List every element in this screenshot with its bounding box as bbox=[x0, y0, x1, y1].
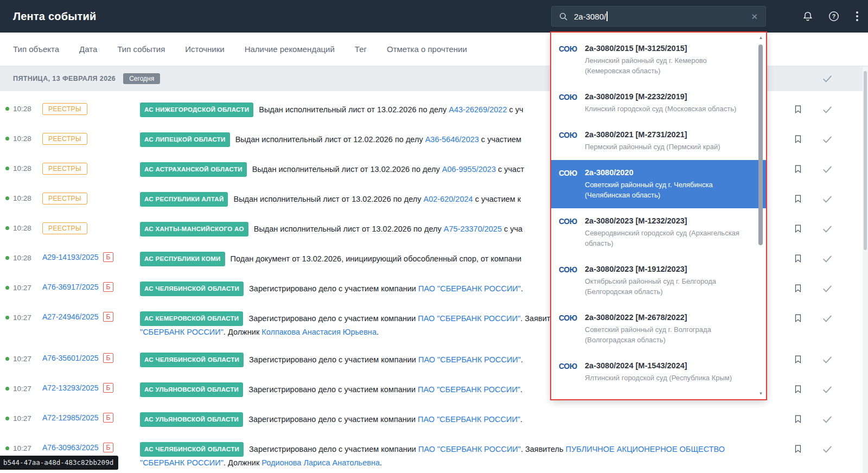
event-time-cell: 10:28 bbox=[0, 252, 42, 262]
bookmark-icon[interactable] bbox=[793, 133, 803, 145]
court-badge: АС УЛЬЯНОВСКОЙ ОБЛАСТИ bbox=[140, 412, 243, 427]
page-scrollbar[interactable] bbox=[863, 67, 868, 473]
event-actions bbox=[755, 353, 868, 366]
entity-link[interactable]: А43-26269/2022 bbox=[449, 105, 507, 114]
bell-icon[interactable] bbox=[802, 10, 814, 22]
event-time-cell: 10:27 bbox=[0, 312, 42, 322]
scroll-up-icon[interactable]: ▲ bbox=[757, 35, 764, 41]
bookmark-icon[interactable] bbox=[793, 193, 803, 205]
mark-read-icon[interactable] bbox=[821, 104, 833, 116]
search-suggestion[interactable]: СОЮ 2а-3080/2020 Советский районный суд … bbox=[551, 160, 766, 208]
mark-read-icon[interactable] bbox=[821, 283, 833, 295]
dropdown-scrollbar-thumb[interactable] bbox=[758, 44, 763, 245]
bankruptcy-badge: Б bbox=[103, 353, 114, 363]
search-input[interactable]: 2а-3080/ bbox=[574, 12, 606, 21]
search-suggestion[interactable]: СОЮ 2а-3080/2021 [М-2731/2021] Пермский … bbox=[551, 122, 766, 160]
search-suggestion[interactable]: СОЮ 2а-3080/2023 [М-1232/2023] Северодви… bbox=[551, 208, 766, 257]
bookmark-icon[interactable] bbox=[793, 104, 803, 116]
suggestion-case-number: 2а-3080/2024 [М-1543/2024] bbox=[585, 361, 750, 370]
bankruptcy-badge: Б bbox=[103, 383, 114, 393]
case-number-link[interactable]: А76-36917/2025 bbox=[42, 283, 99, 291]
mark-read-icon[interactable] bbox=[821, 413, 833, 425]
event-time: 10:28 bbox=[13, 224, 31, 232]
help-icon[interactable]: ? bbox=[828, 10, 840, 22]
bookmark-icon[interactable] bbox=[793, 354, 803, 366]
search-suggestion[interactable]: СОЮ 2а-3080/2022 [М-2678/2022] Советский… bbox=[551, 305, 766, 353]
entity-link[interactable]: ПАО "СБЕРБАНК РОССИИ" bbox=[418, 314, 520, 323]
event-actions bbox=[755, 443, 868, 455]
mark-read-icon[interactable] bbox=[821, 133, 833, 145]
event-text-segments: Выдан исполнительный лист от 13.02.2026 … bbox=[254, 225, 522, 233]
unread-dot-icon bbox=[5, 167, 9, 170]
case-number-link[interactable]: А27-24946/2025 bbox=[42, 312, 99, 321]
event-time-cell: 10:28 bbox=[0, 133, 42, 143]
filter-event-type[interactable]: Тип события bbox=[117, 44, 165, 54]
suggestion-case-number: 2а-3080/2022 [М-2678/2022] bbox=[585, 313, 750, 322]
svg-text:?: ? bbox=[832, 14, 835, 20]
bookmark-icon[interactable] bbox=[793, 283, 803, 295]
case-number-link[interactable]: А72-12985/2025 bbox=[42, 413, 99, 422]
bookmark-icon[interactable] bbox=[793, 383, 803, 395]
suggestion-court-name: Ялтинский городской суд (Республика Крым… bbox=[585, 373, 750, 383]
entity-link[interactable]: А75-23370/2025 bbox=[444, 225, 502, 233]
search-suggestion[interactable]: СОЮ 2а-3080/2019 [М-2232/2019] Клинский … bbox=[551, 84, 766, 122]
bookmark-icon[interactable] bbox=[793, 443, 803, 455]
entity-link[interactable]: Родионова Лариса Анатольевна bbox=[261, 458, 380, 467]
event-text-segments: Выдан исполнительный лист от 13.02.2026 … bbox=[233, 195, 521, 203]
entity-link[interactable]: ПАО "СБЕРБАНК РОССИИ" bbox=[418, 385, 520, 394]
search-box[interactable]: 2а-3080/ ✕ bbox=[551, 6, 766, 27]
filter-recommendations[interactable]: Наличие рекомендаций bbox=[245, 44, 335, 54]
entity-link[interactable]: ПАО "СБЕРБАНК РОССИИ" bbox=[418, 445, 521, 453]
case-number-link[interactable]: А29-14193/2025 bbox=[42, 253, 99, 261]
mark-read-icon[interactable] bbox=[821, 383, 833, 395]
entity-link[interactable]: ПАО "СБЕРБАНК РОССИИ" bbox=[418, 284, 521, 293]
filter-sources[interactable]: Источники bbox=[185, 44, 224, 54]
filter-tag[interactable]: Тег bbox=[355, 44, 367, 54]
unread-dot-icon bbox=[5, 446, 9, 450]
bookmark-icon[interactable] bbox=[793, 163, 803, 175]
event-tag-cell: РЕЕСТРЫ bbox=[42, 133, 140, 145]
event-tag-cell: А27-24946/2025Б bbox=[42, 312, 140, 322]
event-time-cell: 10:28 bbox=[0, 163, 42, 172]
mark-read-icon[interactable] bbox=[821, 253, 833, 265]
mark-read-icon[interactable] bbox=[821, 163, 833, 175]
case-number-link[interactable]: А76-30963/2025 bbox=[42, 443, 99, 452]
case-number-link[interactable]: А76-35601/2025 bbox=[42, 354, 99, 362]
filter-date[interactable]: Дата bbox=[79, 44, 97, 54]
event-text-segments: Выдан исполнительный лист от 12.02.2026 … bbox=[235, 135, 521, 144]
search-suggestion[interactable]: СОЮ 2а-3080/2024 [М-1543/2024] Ялтинский… bbox=[551, 353, 766, 391]
mark-read-icon[interactable] bbox=[821, 354, 833, 366]
event-text: АС ЧЕЛЯБИНСКОЙ ОБЛАСТИЗарегистрировано д… bbox=[140, 443, 755, 469]
entity-link[interactable]: Колпакова Анастасия Юрьевна bbox=[261, 328, 376, 336]
entity-link[interactable]: А02-620/2024 bbox=[424, 195, 473, 203]
search-suggestion[interactable]: СОЮ 2а-3080/2023 [М-1912/2023] Октябрьск… bbox=[551, 257, 766, 305]
today-badge: Сегодня bbox=[123, 73, 160, 84]
mark-all-read-icon[interactable] bbox=[821, 73, 833, 85]
bookmark-icon[interactable] bbox=[793, 223, 803, 235]
filter-object-type[interactable]: Тип объекта bbox=[13, 44, 59, 54]
scroll-down-icon[interactable]: ▼ bbox=[757, 391, 764, 397]
event-tag-cell: РЕЕСТРЫ bbox=[42, 193, 140, 204]
unread-dot-icon bbox=[5, 196, 9, 200]
page-scrollbar-thumb[interactable] bbox=[864, 71, 867, 250]
case-number-link[interactable]: А72-13293/2025 bbox=[42, 383, 99, 392]
bookmark-icon[interactable] bbox=[793, 312, 803, 324]
mark-read-icon[interactable] bbox=[821, 443, 833, 455]
event-time: 10:28 bbox=[13, 254, 31, 262]
dropdown-scrollbar[interactable]: ▲ ▼ bbox=[757, 35, 764, 397]
entity-link[interactable]: А06-9955/2023 bbox=[442, 165, 496, 174]
bookmark-icon[interactable] bbox=[793, 413, 803, 425]
suggestion-body: 2а-3080/2023 [М-1232/2023] Северодвински… bbox=[585, 216, 750, 248]
mark-read-icon[interactable] bbox=[821, 223, 833, 235]
event-time: 10:28 bbox=[13, 135, 31, 143]
kebab-menu-icon[interactable] bbox=[854, 9, 860, 23]
search-suggestion[interactable]: СОЮ 2а-3080/2015 [М-3125/2015] Ленинский… bbox=[551, 36, 766, 84]
mark-read-icon[interactable] bbox=[821, 312, 833, 324]
entity-link[interactable]: А36-5646/2023 bbox=[425, 135, 479, 144]
filter-read-mark[interactable]: Отметка о прочтении bbox=[387, 44, 467, 54]
entity-link[interactable]: ПАО "СБЕРБАНК РОССИИ" bbox=[418, 415, 520, 424]
bookmark-icon[interactable] bbox=[793, 253, 803, 265]
clear-search-icon[interactable]: ✕ bbox=[750, 11, 759, 22]
mark-read-icon[interactable] bbox=[821, 193, 833, 205]
entity-link[interactable]: ПАО "СБЕРБАНК РОССИИ" bbox=[418, 355, 521, 364]
